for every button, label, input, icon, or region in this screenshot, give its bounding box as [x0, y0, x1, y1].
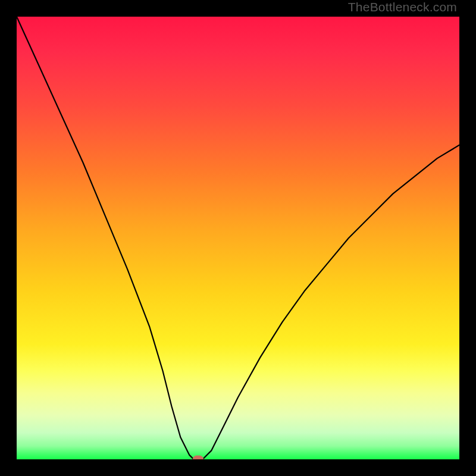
chart-frame: TheBottleneck.com	[0, 0, 476, 476]
bottleneck-curve	[17, 17, 459, 459]
watermark-text: TheBottleneck.com	[348, 0, 457, 14]
plot-area	[17, 17, 459, 459]
optimal-point-marker	[193, 456, 203, 460]
